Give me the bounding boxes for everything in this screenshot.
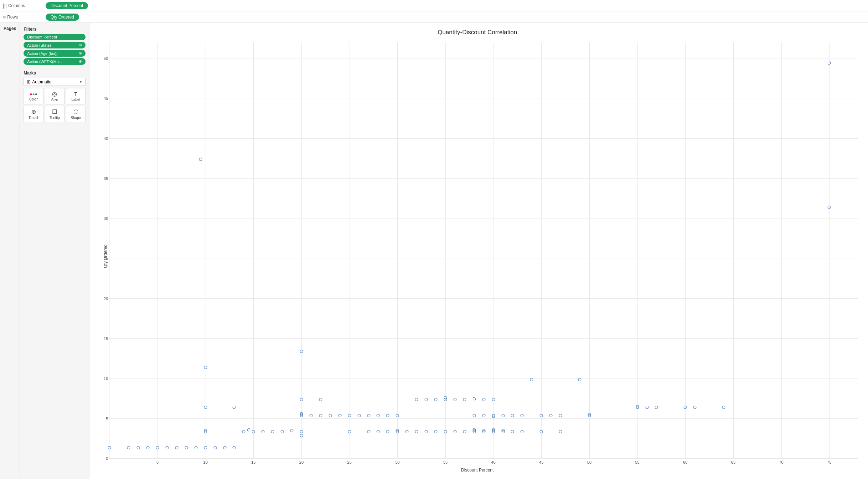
data-dot[interactable]: [636, 405, 639, 408]
data-dot[interactable]: [329, 414, 332, 417]
data-dot[interactable]: [108, 446, 111, 449]
data-dot[interactable]: [367, 414, 370, 417]
marks-color-btn[interactable]: ●●● Color: [24, 88, 43, 104]
data-dot[interactable]: [204, 366, 207, 369]
data-dot[interactable]: [247, 428, 250, 432]
filter-item-2[interactable]: Action (Age (bin)) ⊕: [24, 50, 86, 57]
data-dot[interactable]: [242, 430, 246, 433]
data-dot[interactable]: [540, 430, 543, 433]
marks-dropdown[interactable]: ⊞ Automatic ▼: [24, 78, 86, 86]
data-dot[interactable]: [492, 428, 495, 432]
data-dot[interactable]: [367, 430, 370, 433]
data-dot[interactable]: [300, 430, 303, 433]
data-dot[interactable]: [199, 158, 202, 161]
data-dot[interactable]: [165, 446, 169, 449]
data-dot[interactable]: [223, 446, 226, 449]
data-dot[interactable]: [309, 414, 312, 417]
marks-detail-btn[interactable]: ⊕ Detail: [24, 106, 43, 122]
data-dot[interactable]: [156, 446, 159, 449]
data-dot[interactable]: [828, 206, 831, 209]
data-dot[interactable]: [511, 414, 514, 417]
data-dot[interactable]: [377, 430, 380, 433]
data-dot[interactable]: [482, 414, 485, 417]
data-dot[interactable]: [262, 430, 265, 433]
data-dot[interactable]: [588, 413, 591, 416]
rows-pill[interactable]: Qty Ordered: [46, 14, 79, 21]
data-dot[interactable]: [300, 412, 303, 416]
data-dot[interactable]: [213, 446, 217, 449]
data-dot[interactable]: [501, 429, 505, 432]
data-dot[interactable]: [472, 428, 476, 432]
data-dot[interactable]: [540, 414, 543, 417]
marks-size-btn[interactable]: ◎ Size: [45, 88, 64, 104]
data-dot[interactable]: [472, 397, 476, 400]
data-dot[interactable]: [501, 414, 505, 417]
data-dot[interactable]: [492, 398, 495, 401]
data-dot[interactable]: [472, 414, 476, 417]
data-dot[interactable]: [463, 398, 466, 401]
data-dot[interactable]: [233, 406, 236, 409]
data-dot[interactable]: [492, 414, 495, 418]
data-dot[interactable]: [655, 406, 658, 409]
data-dot[interactable]: [405, 430, 409, 433]
data-dot[interactable]: [348, 430, 351, 433]
data-dot[interactable]: [521, 414, 524, 417]
data-dot[interactable]: [425, 430, 428, 433]
data-dot[interactable]: [271, 430, 274, 433]
filter-item-0[interactable]: Discount Percent: [24, 34, 86, 40]
data-dot[interactable]: [204, 446, 207, 449]
data-dot[interactable]: [386, 414, 389, 417]
data-dot[interactable]: [434, 398, 438, 401]
data-dot[interactable]: [319, 398, 322, 401]
data-dot[interactable]: [290, 429, 294, 432]
data-dot[interactable]: [252, 430, 255, 433]
data-dot[interactable]: [175, 446, 178, 449]
data-dot[interactable]: [549, 414, 553, 417]
data-dot[interactable]: [185, 446, 188, 449]
columns-pill[interactable]: Discount Percent: [46, 2, 88, 9]
data-dot[interactable]: [463, 430, 466, 433]
data-dot[interactable]: [233, 446, 236, 449]
data-dot[interactable]: [377, 414, 380, 417]
data-dot[interactable]: [281, 430, 284, 433]
data-dot[interactable]: [453, 430, 456, 433]
data-dot[interactable]: [559, 414, 562, 417]
data-dot[interactable]: [396, 429, 399, 432]
data-dot[interactable]: [530, 378, 533, 381]
data-dot[interactable]: [693, 406, 697, 409]
data-dot[interactable]: [319, 414, 322, 417]
data-dot[interactable]: [684, 406, 687, 409]
data-dot[interactable]: [521, 430, 524, 433]
data-dot[interactable]: [722, 406, 725, 409]
data-dot[interactable]: [386, 430, 389, 433]
filter-item-3[interactable]: Action (WEEK(Mo... ⊕: [24, 58, 86, 65]
data-dot[interactable]: [415, 398, 418, 401]
data-dot[interactable]: [578, 378, 581, 381]
data-dot[interactable]: [444, 430, 447, 433]
marks-tooltip-btn[interactable]: ☐ Tooltip: [45, 106, 64, 122]
data-dot[interactable]: [300, 398, 303, 401]
data-dot[interactable]: [146, 446, 150, 449]
data-dot[interactable]: [127, 446, 130, 449]
data-dot[interactable]: [137, 446, 140, 449]
filter-item-1[interactable]: Action (State) ⊕: [24, 42, 86, 48]
data-dot[interactable]: [204, 429, 207, 432]
data-dot[interactable]: [396, 414, 399, 417]
data-dot[interactable]: [444, 396, 447, 400]
marks-shape-btn[interactable]: ⬡ Shape: [66, 106, 86, 122]
data-dot[interactable]: [645, 406, 649, 409]
data-dot[interactable]: [194, 446, 197, 449]
data-dot[interactable]: [482, 398, 485, 401]
data-dot[interactable]: [348, 414, 351, 417]
data-dot[interactable]: [338, 414, 341, 417]
data-dot[interactable]: [453, 398, 456, 401]
data-dot[interactable]: [511, 430, 514, 433]
data-dot[interactable]: [434, 430, 438, 433]
data-dot[interactable]: [559, 430, 562, 433]
data-dot[interactable]: [415, 430, 418, 433]
data-dot[interactable]: [300, 350, 303, 353]
data-dot[interactable]: [828, 62, 831, 65]
data-dot[interactable]: [425, 398, 428, 401]
data-dot[interactable]: [204, 406, 207, 409]
data-dot[interactable]: [482, 429, 485, 432]
